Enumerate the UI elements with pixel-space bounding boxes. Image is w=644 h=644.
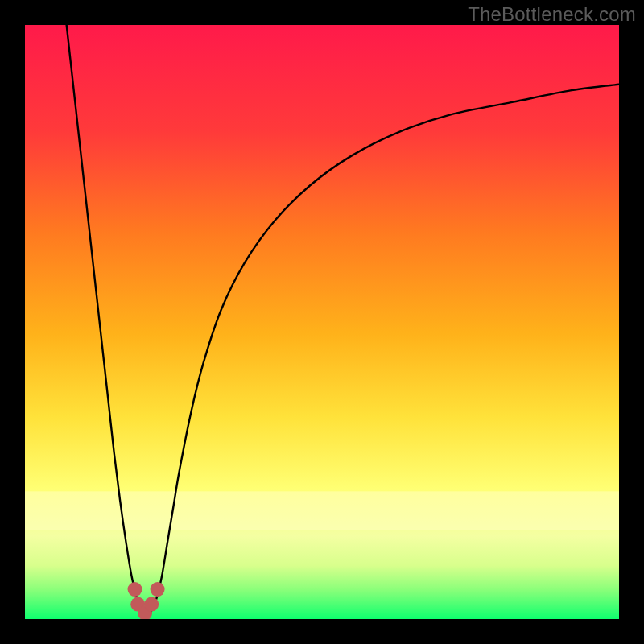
- chart-frame: TheBottleneck.com: [0, 0, 644, 644]
- highlight-band: [25, 491, 619, 530]
- chart-svg: [25, 25, 619, 619]
- watermark-text: TheBottleneck.com: [468, 3, 636, 26]
- valley-marker-0: [128, 582, 142, 597]
- valley-marker-4: [151, 582, 165, 597]
- plot-area: [25, 25, 619, 619]
- valley-marker-3: [144, 597, 159, 612]
